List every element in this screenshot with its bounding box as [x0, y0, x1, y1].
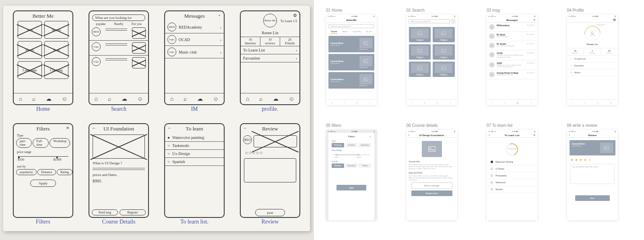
register-button[interactable]: Register Now	[411, 190, 452, 196]
tab-bar[interactable]: ⌂⌕◯☺	[326, 99, 377, 105]
svg-point-1	[365, 42, 365, 43]
close-icon[interactable]: ✕	[369, 135, 371, 138]
profile-link[interactable]: ✓To Learn List›	[567, 56, 618, 62]
page-title: BetterMe	[326, 18, 377, 23]
sketch-home: Better Me ArtsSports MusicTech LanguageC…	[9, 10, 77, 118]
wire-07-learn: 07 To learn list •••• TIP ⟹9:41 AM🔋 ‹To …	[487, 123, 552, 232]
category-tile[interactable]: Category	[409, 27, 431, 42]
sketch-search: What are you looking for popularNearbyFo…	[85, 10, 153, 118]
user-icon: ☺	[369, 101, 371, 104]
sketch-im: Messages+ REDREDAcademy› logoOCAD› logoM…	[160, 10, 229, 118]
sketch-to-learn: ← To learn ●Watercolor painting ○Taekmod…	[160, 123, 229, 231]
wire-04-profile: 04 Profile •••• TIP ⟹9:41 AM🔋 ⚙ Learning…	[567, 8, 632, 117]
wire-08-review: 08 write a review •••• TIP ⟹9:41 AM🔋 ‹Re…	[567, 123, 632, 232]
avatar: ☺	[489, 24, 495, 30]
svg-point-3	[365, 60, 365, 61]
image-icon	[359, 38, 372, 48]
review-textarea[interactable]: Say something about the course	[570, 164, 615, 184]
send-msg-button[interactable]: Send a message	[411, 182, 452, 189]
chat-icon: ◯	[356, 101, 358, 104]
search-icon: ⌕	[371, 25, 372, 27]
filter-icon[interactable]: ⚲	[451, 19, 455, 23]
sketch-filters: Filters✕ Type part-timeFull-timeWorkshop…	[9, 123, 77, 231]
check-icon: ✓	[570, 58, 574, 60]
type-segment[interactable]: Part-timeFull-timeWorkshop	[332, 143, 371, 147]
home-icon: ⌂	[332, 101, 333, 104]
star-icon: ☆	[570, 64, 574, 67]
course-card: Course NameTime & Price	[570, 140, 615, 155]
wire-02-search: 02 Search •••• TIP ⟹9:41 AM🔋 What are yo…	[407, 8, 472, 117]
svg-point-15	[419, 67, 419, 68]
msg-row[interactable]: ☺REDacademy09.14.2017	[487, 23, 537, 32]
sketch-photo: Better Me ArtsSports MusicTech LanguageC…	[0, 0, 314, 240]
svg-point-11	[419, 50, 419, 50]
home-icon: ⌂	[19, 96, 22, 102]
learn-item[interactable]: Watercolor Painting	[487, 159, 537, 166]
sketch-review: ← Review RED ☆☆☆☆☆ post Review	[236, 123, 304, 231]
back-icon[interactable]: ‹	[409, 133, 410, 137]
wire-01-home: 01 Home •••• TIP ⟹9:41 AM🔋 BetterMe What…	[326, 8, 391, 117]
image-icon	[422, 141, 442, 157]
gear-icon[interactable]: ⚙	[613, 18, 616, 22]
sketch-profile: ⚙ Better MeTo Learn 1/3 Renee Lin 16Inte…	[236, 10, 304, 118]
search-icon: ⌕	[32, 96, 35, 102]
add-icon[interactable]: +	[533, 18, 535, 22]
search-input[interactable]: What are you looking for?⌕	[328, 24, 374, 28]
search-icon: ⌕	[344, 101, 345, 104]
wireframes-panel: 01 Home •••• TIP ⟹9:41 AM🔋 BetterMe What…	[314, 0, 644, 240]
wire-06-course: 06 Course details •••• TIP ⟹9:41 AM🔋 ‹UI…	[407, 123, 472, 232]
svg-point-5	[365, 79, 365, 79]
svg-point-17	[442, 67, 443, 68]
svg-point-13	[442, 50, 443, 50]
apply-button[interactable]: Apply	[336, 185, 366, 190]
search-input[interactable]: What are you looking for?	[409, 19, 450, 23]
svg-point-9	[442, 32, 443, 33]
svg-point-18	[591, 32, 593, 34]
progress-ring: Learning 23%	[506, 143, 518, 155]
course-card[interactable]: Course NameTime & Price★★★★☆	[328, 36, 374, 52]
chat-icon: ☁	[46, 95, 52, 102]
user-icon: ☺	[62, 96, 67, 102]
wire-03-msg: 03 msg •••• TIP ⟹9:41 AM🔋 Messages+ ☺RED…	[487, 8, 552, 117]
wire-05-filters: 05 filters •••• TIP ⟹9:41 AM🔋 Filters✕ T…	[326, 123, 391, 232]
back-icon[interactable]: ‹	[569, 133, 570, 137]
post-button[interactable]: Post	[575, 195, 610, 201]
avatar: Learning 30%	[585, 27, 600, 41]
sort-segment[interactable]: DistancePopularityRating	[332, 163, 371, 168]
svg-point-7	[419, 32, 419, 33]
tabs[interactable]: PopularNearbyUpcomingFor you	[326, 30, 377, 34]
svg-point-22	[605, 147, 606, 148]
sketch-course-details: ← UI Foundation What is UI Design ? pric…	[85, 123, 153, 231]
price-slider[interactable]: $100$1,000	[332, 153, 370, 159]
star-rating[interactable]: ★★★★★	[567, 158, 618, 162]
back-icon[interactable]: ‹	[489, 133, 490, 137]
add-icon[interactable]: +	[533, 133, 535, 137]
clock-icon: ◷	[570, 71, 574, 74]
